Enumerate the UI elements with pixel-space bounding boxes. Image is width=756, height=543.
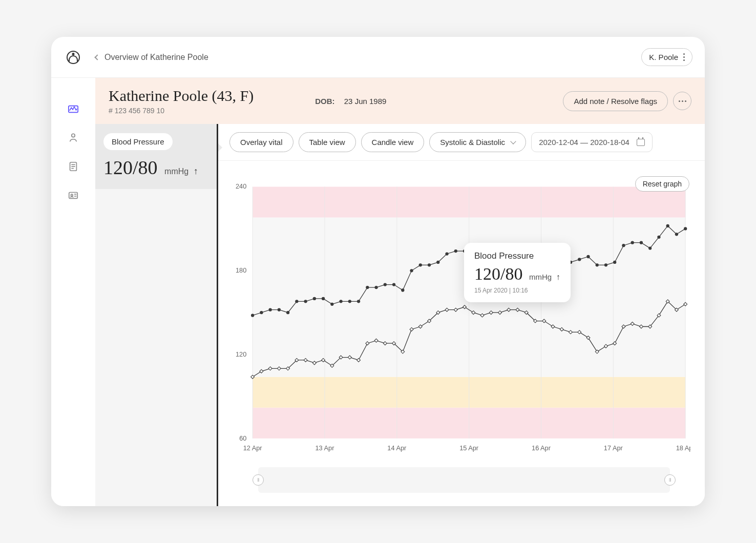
svg-point-70 bbox=[586, 255, 590, 258]
svg-text:17 Apr: 17 Apr bbox=[604, 444, 623, 452]
svg-point-35 bbox=[278, 308, 281, 311]
svg-point-75 bbox=[631, 241, 634, 244]
date-range-picker[interactable]: 2020-12-04 — 2020-18-04 bbox=[531, 132, 653, 152]
series-select[interactable]: Systolic & Diastolic bbox=[429, 132, 526, 152]
user-menu[interactable]: K. Poole bbox=[641, 48, 692, 66]
svg-point-33 bbox=[260, 311, 263, 314]
more-actions-button[interactable] bbox=[673, 92, 691, 110]
svg-point-49 bbox=[401, 288, 404, 291]
patient-name: Katherine Poole (43, F) bbox=[109, 87, 254, 105]
svg-point-51 bbox=[419, 263, 422, 266]
svg-point-80 bbox=[675, 233, 678, 236]
svg-point-39 bbox=[313, 297, 316, 300]
svg-point-40 bbox=[322, 297, 325, 300]
scrubber-handle-right[interactable]: ⫴ bbox=[664, 474, 676, 486]
svg-point-42 bbox=[339, 300, 342, 303]
tooltip-time: 15 Apr 2020 | 10:16 bbox=[474, 287, 560, 294]
svg-text:60: 60 bbox=[239, 434, 246, 442]
tooltip-value: 120/80 mmHg ↑ bbox=[474, 264, 560, 284]
svg-point-50 bbox=[410, 269, 413, 272]
svg-point-43 bbox=[348, 300, 351, 303]
date-range-text: 2020-12-04 — 2020-18-04 bbox=[539, 138, 629, 147]
svg-point-74 bbox=[622, 244, 625, 247]
table-view-button[interactable]: Table view bbox=[299, 132, 356, 152]
chart-area: Reset graph 6012018024012 Apr13 Apr14 Ap… bbox=[218, 161, 705, 506]
patient-banner: Katherine Poole (43, F) # 123 456 789 10… bbox=[95, 78, 705, 124]
breadcrumb[interactable]: Overview of Katherine Poole bbox=[95, 53, 208, 62]
svg-text:12 Apr: 12 Apr bbox=[243, 444, 263, 452]
svg-text:16 Apr: 16 Apr bbox=[532, 444, 551, 452]
nav-patient-icon[interactable] bbox=[68, 132, 79, 143]
nav-vitals-icon[interactable] bbox=[68, 103, 79, 115]
tooltip-title: Blood Pressure bbox=[474, 251, 560, 261]
vital-chip: Blood Pressure bbox=[103, 133, 173, 150]
svg-point-71 bbox=[596, 263, 599, 266]
svg-point-47 bbox=[384, 283, 387, 286]
vital-value: 120/80 mmHg ↑ bbox=[103, 156, 210, 179]
bp-chart[interactable]: 6012018024012 Apr13 Apr14 Apr15 Apr16 Ap… bbox=[227, 170, 690, 465]
svg-text:18 Apr: 18 Apr bbox=[676, 444, 690, 452]
svg-point-32 bbox=[251, 314, 254, 317]
vital-unit: mmHg bbox=[164, 167, 188, 176]
chart-panel: Overlay vital Table view Candle view Sys… bbox=[218, 124, 705, 506]
overlay-vital-button[interactable]: Overlay vital bbox=[229, 132, 293, 152]
svg-text:240: 240 bbox=[236, 182, 246, 190]
tooltip-trend-icon: ↑ bbox=[556, 273, 560, 282]
series-select-label: Systolic & Diastolic bbox=[440, 138, 505, 147]
nav-id-icon[interactable] bbox=[68, 190, 79, 201]
user-menu-label: K. Poole bbox=[649, 53, 678, 61]
scrubber-handle-left[interactable]: ⫴ bbox=[253, 474, 264, 486]
svg-text:180: 180 bbox=[236, 266, 246, 274]
candle-view-button[interactable]: Candle view bbox=[361, 132, 425, 152]
chevron-down-icon bbox=[511, 138, 516, 144]
ellipsis-icon bbox=[679, 100, 686, 102]
svg-text:120: 120 bbox=[236, 350, 246, 358]
svg-point-1 bbox=[72, 134, 75, 137]
svg-point-53 bbox=[436, 261, 439, 264]
vital-card-bp[interactable]: Blood Pressure 120/80 mmHg ↑ bbox=[95, 124, 218, 189]
app-window: Overview of Katherine Poole K. Poole bbox=[51, 37, 705, 506]
svg-point-54 bbox=[445, 252, 448, 255]
svg-point-77 bbox=[648, 246, 652, 249]
trend-up-icon: ↑ bbox=[194, 166, 198, 177]
kebab-icon bbox=[683, 53, 685, 61]
add-note-button[interactable]: Add note / Resolve flags bbox=[563, 91, 668, 111]
svg-point-81 bbox=[684, 227, 687, 230]
dob-label: DOB: bbox=[315, 97, 334, 106]
tooltip-value-num: 120/80 bbox=[474, 264, 522, 283]
svg-point-79 bbox=[666, 224, 669, 227]
topbar: Overview of Katherine Poole K. Poole bbox=[51, 37, 705, 78]
chevron-left-icon bbox=[94, 54, 100, 60]
chart-toolbar: Overlay vital Table view Candle view Sys… bbox=[218, 124, 705, 161]
nav-notes-icon[interactable] bbox=[68, 161, 79, 172]
svg-point-38 bbox=[304, 300, 307, 303]
svg-point-76 bbox=[640, 241, 643, 244]
patient-dob: DOB: 23 Jun 1989 bbox=[315, 97, 386, 106]
breadcrumb-text: Overview of Katherine Poole bbox=[104, 53, 208, 62]
svg-point-69 bbox=[578, 258, 581, 261]
svg-point-52 bbox=[428, 263, 431, 266]
logo-cell bbox=[51, 51, 95, 64]
svg-rect-6 bbox=[69, 193, 78, 199]
time-scrubber[interactable]: ⫴ ⫴ bbox=[258, 467, 670, 493]
tooltip-unit: mmHg bbox=[529, 273, 552, 281]
reset-graph-button[interactable]: Reset graph bbox=[635, 176, 689, 192]
vital-value-num: 120/80 bbox=[103, 157, 158, 178]
svg-point-37 bbox=[295, 300, 298, 303]
svg-point-46 bbox=[374, 286, 377, 289]
svg-point-36 bbox=[286, 311, 289, 314]
nav-rail bbox=[51, 78, 95, 506]
svg-point-73 bbox=[613, 261, 616, 264]
svg-point-72 bbox=[604, 263, 607, 266]
dob-value: 23 Jun 1989 bbox=[344, 97, 387, 106]
svg-point-55 bbox=[454, 249, 457, 253]
content: Katherine Poole (43, F) # 123 456 789 10… bbox=[95, 78, 705, 506]
selection-notch-icon bbox=[218, 143, 222, 152]
svg-point-41 bbox=[330, 303, 333, 306]
vitals-sidebar: Blood Pressure 120/80 mmHg ↑ bbox=[95, 124, 218, 506]
svg-point-7 bbox=[71, 194, 73, 196]
svg-point-48 bbox=[392, 283, 395, 286]
svg-point-34 bbox=[268, 308, 271, 311]
chart-tooltip: Blood Pressure 120/80 mmHg ↑ 15 Apr 2020… bbox=[464, 243, 571, 302]
svg-text:14 Apr: 14 Apr bbox=[387, 444, 407, 452]
